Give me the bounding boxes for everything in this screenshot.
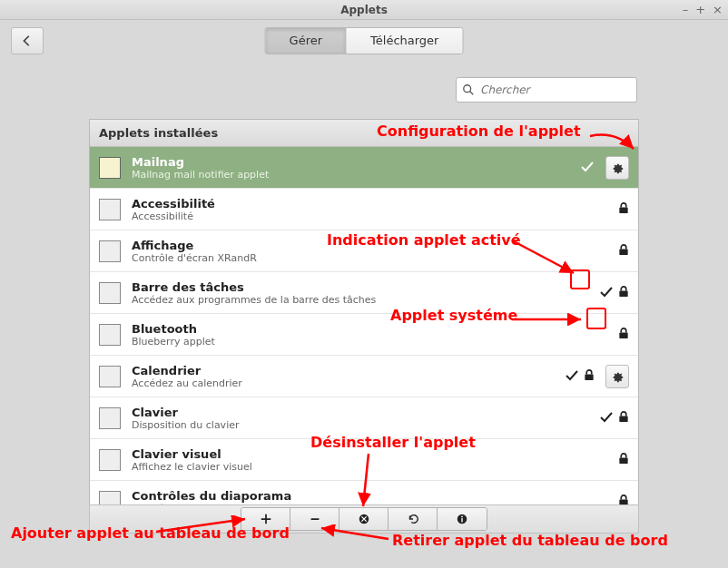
svg-rect-6 — [585, 374, 593, 380]
panel-header: Applets installées — [90, 120, 638, 147]
applet-name: Contrôles du diaporama — [132, 489, 607, 503]
applet-name: Clavier visuel — [132, 447, 607, 461]
back-button[interactable] — [11, 27, 44, 54]
applet-row[interactable]: BluetoothBlueberry applet — [90, 314, 638, 356]
row-indicators — [618, 328, 629, 342]
search-box[interactable] — [456, 77, 637, 103]
configure-applet-button[interactable] — [605, 365, 629, 388]
row-text: Barre des tâchesAccédez aux programmes d… — [132, 280, 589, 306]
system-lock-icon — [618, 411, 629, 426]
row-text: AccessibilitéAccessibilité — [132, 197, 607, 222]
row-indicators — [600, 411, 629, 426]
applet-icon — [99, 199, 121, 220]
tab-manage[interactable]: Gérer — [266, 28, 347, 54]
system-lock-icon — [584, 369, 595, 384]
uninstall-button[interactable] — [339, 508, 389, 530]
configure-applet-button[interactable] — [605, 156, 629, 180]
bottom-toolbar — [89, 504, 639, 534]
applet-icon — [99, 407, 121, 429]
row-text: Clavier visuelAffichez le clavier visuel — [132, 447, 607, 473]
undo-button[interactable] — [389, 508, 438, 530]
enabled-check-icon — [600, 286, 613, 300]
close-button[interactable]: × — [713, 3, 723, 16]
tabs: Gérer Télécharger — [265, 27, 464, 54]
applet-icon — [99, 324, 121, 346]
maximize-button[interactable]: + — [695, 3, 705, 16]
applet-icon — [99, 491, 121, 506]
applet-desc: Mailnag mail notifier applet — [132, 169, 569, 181]
system-lock-icon — [618, 453, 629, 467]
applet-desc: Accédez aux programmes de la barre des t… — [132, 294, 589, 306]
system-lock-icon — [618, 328, 629, 342]
applet-row[interactable]: CalendrierAccédez au calendrier — [90, 356, 638, 397]
arrow-left-icon — [21, 34, 34, 47]
applet-row[interactable]: AffichageContrôle d'écran XRandR — [90, 230, 638, 272]
applet-row[interactable]: MailnagMailnag mail notifier applet — [90, 147, 638, 189]
info-button[interactable] — [438, 508, 487, 530]
system-lock-icon — [618, 286, 629, 300]
applet-icon — [99, 240, 121, 262]
tab-download[interactable]: Télécharger — [347, 28, 462, 54]
svg-point-0 — [464, 85, 471, 93]
applet-name: Calendrier — [132, 364, 555, 377]
svg-rect-4 — [619, 290, 627, 297]
row-text: BluetoothBlueberry applet — [132, 322, 607, 348]
remove-from-panel-button[interactable] — [290, 508, 339, 530]
annotation-remove: Retirer applet du tableau de bord — [392, 532, 668, 549]
svg-rect-5 — [619, 332, 627, 338]
applet-icon — [99, 449, 121, 471]
svg-rect-8 — [619, 457, 627, 464]
applet-name: Affichage — [132, 239, 607, 252]
row-indicators — [618, 202, 629, 217]
titlebar: Applets – + × — [0, 0, 728, 20]
row-text: Contrôles du diaporamaContrôlez le diapo… — [132, 489, 607, 506]
system-lock-icon — [618, 244, 629, 259]
applet-panel: Applets installées MailnagMailnag mail n… — [89, 119, 639, 506]
applet-name: Mailnag — [132, 155, 569, 169]
search-input[interactable] — [480, 83, 631, 96]
applet-row[interactable]: AccessibilitéAccessibilité — [90, 189, 638, 230]
applet-desc: Accédez au calendrier — [132, 377, 555, 389]
svg-line-1 — [470, 92, 474, 95]
applet-name: Accessibilité — [132, 197, 607, 211]
applet-row[interactable]: Barre des tâchesAccédez aux programmes d… — [90, 272, 638, 314]
applet-icon — [99, 157, 121, 179]
row-indicators — [618, 244, 629, 259]
row-indicators — [566, 369, 595, 384]
row-text: CalendrierAccédez au calendrier — [132, 364, 555, 389]
svg-rect-3 — [619, 249, 627, 255]
row-indicators — [580, 159, 595, 176]
applet-desc: Blueberry applet — [132, 336, 607, 348]
svg-rect-2 — [619, 207, 627, 213]
applet-name: Bluetooth — [132, 322, 607, 336]
applet-desc: Contrôle d'écran XRandR — [132, 252, 607, 264]
enabled-check-icon — [600, 411, 613, 426]
applet-row[interactable]: Clavier visuelAffichez le clavier visuel — [90, 439, 638, 481]
applet-desc: Affichez le clavier visuel — [132, 461, 607, 473]
row-text: AffichageContrôle d'écran XRandR — [132, 239, 607, 264]
applet-desc: Disposition du clavier — [132, 419, 589, 431]
system-lock-icon — [618, 202, 629, 217]
add-to-panel-button[interactable] — [241, 508, 290, 530]
enabled-check-icon — [580, 159, 595, 176]
search-row — [0, 77, 728, 112]
svg-point-12 — [461, 516, 463, 518]
applet-desc: Accessibilité — [132, 211, 607, 222]
toolbar: Gérer Télécharger — [0, 20, 728, 61]
applet-name: Barre des tâches — [132, 280, 589, 294]
applet-name: Clavier — [132, 406, 589, 419]
applet-icon — [99, 366, 121, 387]
svg-rect-7 — [619, 416, 627, 422]
applet-row[interactable]: ClavierDisposition du clavier — [90, 397, 638, 439]
row-text: ClavierDisposition du clavier — [132, 406, 589, 431]
search-icon — [462, 83, 475, 96]
applet-list: MailnagMailnag mail notifier appletAcces… — [90, 147, 638, 505]
window-title: Applets — [340, 4, 388, 16]
applet-icon — [99, 282, 121, 304]
minimize-button[interactable]: – — [683, 3, 689, 16]
enabled-check-icon — [566, 369, 578, 384]
row-indicators — [618, 453, 629, 467]
applet-row[interactable]: Contrôles du diaporamaContrôlez le diapo… — [90, 481, 638, 505]
row-text: MailnagMailnag mail notifier applet — [132, 155, 569, 181]
row-indicators — [600, 286, 629, 300]
